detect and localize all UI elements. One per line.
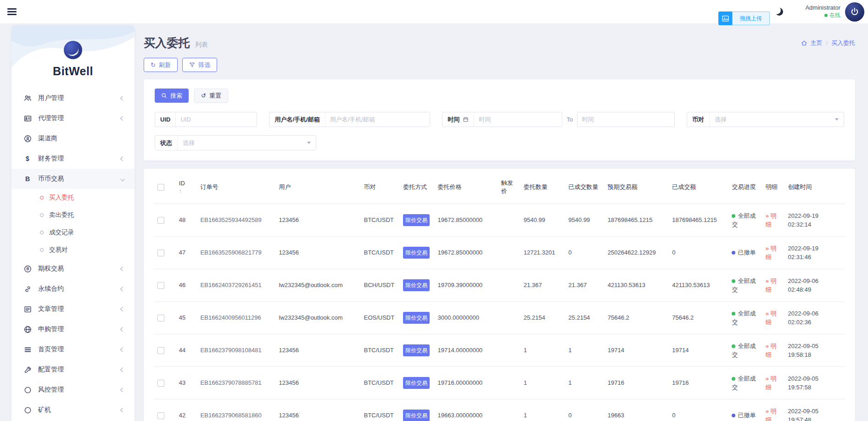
cell-order-no: EB1662403729261451 [197, 269, 275, 302]
cell-created: 2022-09-19 02:32:14 [784, 204, 845, 237]
row-checkbox[interactable] [157, 347, 164, 354]
status-dot [732, 414, 735, 417]
sidebar-subitem-trade-records[interactable]: 成交记录 [11, 224, 134, 241]
cell-filled: 9540.99 [565, 204, 604, 237]
refresh-button[interactable]: ↻ 刷新 [144, 58, 178, 72]
filter-button[interactable]: 筛选 [182, 58, 217, 72]
user-info[interactable]: Administrator 在线 [805, 4, 840, 19]
breadcrumb: 主页 / 买入委托 [801, 39, 855, 47]
sidebar-item-mining[interactable]: 矿机 [11, 400, 134, 420]
search-button[interactable]: 搜索 [155, 89, 189, 103]
upload-image-icon[interactable] [718, 11, 732, 25]
order-type-badge: 限价交易 [403, 214, 430, 226]
funnel-icon [189, 62, 195, 68]
pair-select[interactable]: 选择 [710, 112, 844, 127]
detail-link[interactable]: » 明细 [766, 277, 777, 294]
row-checkbox[interactable] [157, 217, 164, 224]
orders-table: ID↑ 订单号 用户 币对 委托方式 委托价格 触发价 委托数量 已成交数量 预… [154, 171, 845, 421]
brand[interactable]: BitWell [11, 25, 134, 78]
chevron-left-icon [121, 388, 125, 392]
wrench-icon [23, 366, 32, 374]
breadcrumb-home[interactable]: 主页 [810, 39, 822, 47]
order-type-badge: 限价交易 [403, 312, 430, 324]
chevron-left-icon [121, 347, 125, 351]
status-select[interactable]: 选择 [178, 136, 316, 150]
user-input[interactable] [325, 112, 430, 127]
cell-filled: 1 [565, 334, 604, 367]
sidebar-item-homepage-management[interactable]: 首页管理 [11, 339, 134, 360]
hamburger-menu-icon[interactable] [7, 7, 17, 17]
sidebar-item-finance-management[interactable]: $ 财务管理 [11, 149, 134, 169]
detail-link[interactable]: » 明细 [766, 343, 777, 359]
sidebar-subitem-trading-pairs[interactable]: 交易对 [11, 241, 134, 259]
col-header-id[interactable]: ID↑ [175, 171, 197, 204]
toolbar: ↻ 刷新 筛选 [144, 58, 855, 72]
refresh-icon: ↻ [151, 61, 156, 68]
cell-expected: 19714 [604, 334, 668, 367]
select-all-checkbox[interactable] [157, 184, 164, 191]
sidebar-item-user-management[interactable]: 用户管理 [11, 88, 134, 108]
submenu-coin-trading: 买入委托 卖出委托 成交记录 交易对 [11, 189, 134, 259]
cell-trigger [498, 269, 520, 302]
status-dot [732, 214, 735, 218]
sidebar-item-risk-management[interactable]: 风控管理 [11, 380, 134, 400]
col-header-type: 委托方式 [399, 171, 434, 204]
sidebar-item-agent-management[interactable]: 代理管理 [11, 108, 134, 128]
reset-icon: ↺ [201, 92, 206, 99]
cell-status: 已撤单 [728, 237, 762, 269]
cell-id: 43 [175, 367, 197, 399]
bullet-icon [40, 213, 44, 217]
chevron-left-icon [121, 287, 125, 291]
reset-button[interactable]: ↺ 重置 [194, 89, 228, 103]
sidebar-item-config-management[interactable]: 配置管理 [11, 360, 134, 380]
row-checkbox[interactable] [157, 282, 164, 289]
sidebar-item-channel[interactable]: 渠道商 [11, 128, 134, 149]
chevron-left-icon [121, 307, 125, 311]
status-text: 已撤单 [738, 412, 756, 419]
row-checkbox[interactable] [157, 380, 164, 387]
table-row: 47 EB1663525906821779 123456 BTC/USDT 限价… [154, 237, 845, 269]
avatar[interactable] [845, 2, 864, 22]
cell-expected: 19663 [604, 399, 668, 421]
col-header-user: 用户 [275, 171, 360, 204]
breadcrumb-current[interactable]: 买入委托 [831, 39, 855, 47]
row-checkbox[interactable] [157, 249, 164, 256]
dark-mode-moon-icon[interactable] [775, 8, 783, 16]
cell-expected: 75646.2 [604, 302, 668, 334]
article-icon [23, 305, 32, 313]
cell-pair: BTC/USDT [360, 367, 399, 399]
chevron-down-icon [121, 177, 125, 181]
cell-price: 19672.85000000 [434, 204, 497, 237]
online-dot-icon [824, 14, 828, 17]
row-checkbox[interactable] [157, 412, 164, 419]
sidebar-subitem-sell-orders[interactable]: 卖出委托 [11, 206, 134, 224]
time-start-input[interactable] [474, 112, 562, 127]
col-header-expected: 预期交易额 [604, 171, 668, 204]
cell-filled: 0 [565, 237, 604, 269]
detail-link[interactable]: » 明细 [766, 310, 777, 326]
sidebar-item-coin-trading[interactable]: B 币币交易 [11, 169, 134, 189]
sidebar-item-subscription-management[interactable]: 申购管理 [11, 319, 134, 339]
user-label: 用户名/手机/邮箱 [269, 112, 325, 127]
home-icon [801, 40, 807, 46]
orders-tbody: 48 EB1663525934492589 123456 BTC/USDT 限价… [154, 204, 845, 421]
detail-link[interactable]: » 明细 [766, 212, 777, 228]
sidebar-item-perpetual-contracts[interactable]: 永续合约 [11, 279, 134, 299]
drag-upload-button[interactable]: 拖拽上传 [732, 11, 770, 25]
time-end-input[interactable] [577, 112, 674, 127]
cell-pair: BTC/USDT [360, 204, 399, 237]
time-label: 时间 [442, 112, 474, 127]
detail-link[interactable]: » 明细 [766, 408, 777, 421]
detail-link[interactable]: » 明细 [766, 245, 777, 261]
sidebar-item-options-trading[interactable]: B 期权交易 [11, 259, 134, 279]
sidebar-subitem-buy-orders[interactable]: 买入委托 [11, 189, 134, 206]
orders-table-card: ID↑ 订单号 用户 币对 委托方式 委托价格 触发价 委托数量 已成交数量 预… [144, 169, 855, 421]
row-checkbox[interactable] [157, 315, 164, 321]
status-label: 状态 [155, 136, 178, 150]
cell-user: lw232345@outlook.com [275, 269, 360, 302]
table-row: 48 EB1663525934492589 123456 BTC/USDT 限价… [154, 204, 845, 237]
detail-link[interactable]: » 明细 [766, 375, 777, 391]
uid-input[interactable] [176, 112, 257, 127]
cell-trigger [498, 204, 520, 237]
sidebar-item-article-management[interactable]: 文章管理 [11, 299, 134, 319]
